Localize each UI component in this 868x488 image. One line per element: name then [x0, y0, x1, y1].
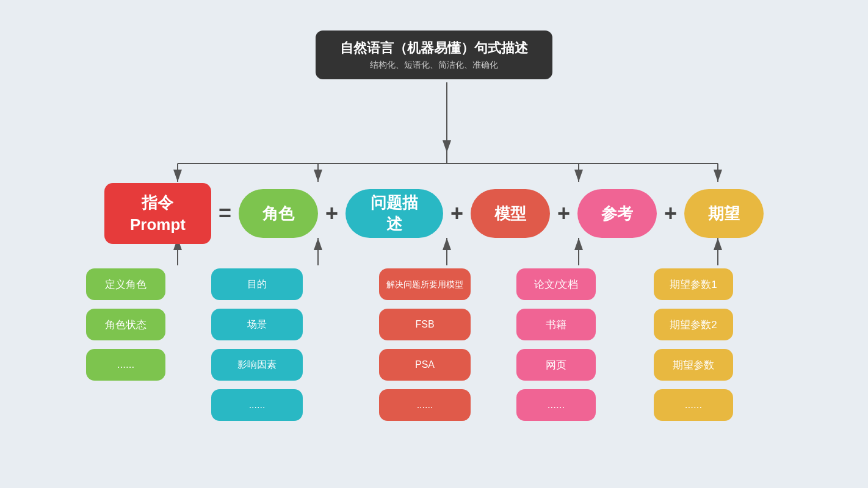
- middle-row: 指令 Prompt = 角色 + 问题描述 + 模型 + 参考 + 期望: [49, 183, 819, 244]
- top-sub-text: 结构化、短语化、简洁化、准确化: [340, 60, 528, 71]
- sub-yellow-2: 期望参数2: [654, 309, 733, 340]
- top-main-text: 自然语言（机器易懂）句式描述: [340, 39, 528, 57]
- sub-cyan-1: 目的: [211, 268, 303, 300]
- sub-cyan-3: 影响因素: [211, 349, 303, 381]
- sub-red-1: 解决问题所要用模型: [379, 268, 471, 300]
- sub-col-green: 定义角色 角色状态 ......: [86, 268, 165, 381]
- operator-plus-2: +: [450, 201, 463, 226]
- top-description-box: 自然语言（机器易懂）句式描述 结构化、短语化、简洁化、准确化: [316, 30, 552, 79]
- operator-plus-3: +: [557, 201, 570, 226]
- prompt-box: 指令 Prompt: [104, 183, 211, 244]
- sub-pink-3: 网页: [516, 349, 596, 381]
- sub-yellow-3: 期望参数: [654, 349, 733, 381]
- diagram: 自然语言（机器易懂）句式描述 结构化、短语化、简洁化、准确化: [13, 12, 855, 476]
- sub-col-pink: 论文/文档 书籍 网页 ......: [516, 268, 596, 421]
- card-expectation: 期望: [684, 189, 764, 238]
- prompt-line2: Prompt: [130, 214, 186, 235]
- sub-red-4: ......: [379, 389, 471, 421]
- operator-plus-1: +: [325, 201, 338, 226]
- sub-yellow-4: ......: [654, 389, 733, 421]
- sub-green-1: 定义角色: [86, 268, 165, 300]
- operator-eq: =: [219, 201, 231, 226]
- sub-col-cyan: 目的 场景 影响因素 ......: [211, 268, 303, 421]
- card-model: 模型: [471, 189, 550, 238]
- sub-pink-4: ......: [516, 389, 596, 421]
- operator-plus-4: +: [664, 201, 677, 226]
- sub-pink-1: 论文/文档: [516, 268, 596, 300]
- card-role: 角色: [239, 189, 318, 238]
- sub-red-2: FSB: [379, 309, 471, 340]
- sub-green-2: 角色状态: [86, 309, 165, 340]
- sub-col-yellow: 期望参数1 期望参数2 期望参数 ......: [654, 268, 733, 421]
- sub-col-red: 解决问题所要用模型 FSB PSA ......: [379, 268, 471, 421]
- card-reference: 参考: [577, 189, 657, 238]
- sub-yellow-1: 期望参数1: [654, 268, 733, 300]
- sub-pink-2: 书籍: [516, 309, 596, 340]
- sub-cyan-4: ......: [211, 389, 303, 421]
- prompt-line1: 指令: [130, 192, 186, 214]
- card-problem: 问题描述: [345, 189, 443, 238]
- sub-green-3: ......: [86, 349, 165, 381]
- sub-cyan-2: 场景: [211, 309, 303, 340]
- sub-red-3: PSA: [379, 349, 471, 381]
